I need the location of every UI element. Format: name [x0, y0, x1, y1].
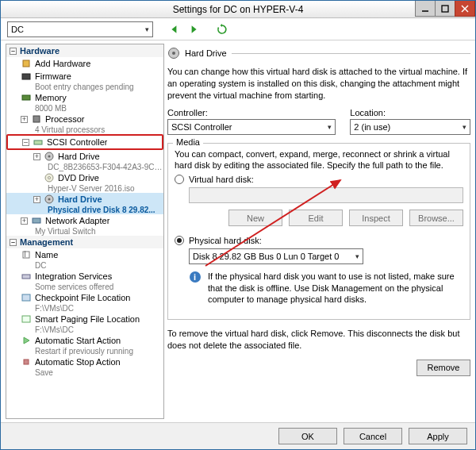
svg-point-15	[48, 177, 51, 179]
tree-dvd-drive[interactable]: DVD Drive	[6, 171, 163, 184]
tree-checkpoint-location[interactable]: Checkpoint File Location	[6, 291, 163, 304]
hard-drive-icon	[44, 194, 55, 205]
svg-rect-23	[22, 316, 30, 322]
checkpoint-icon	[21, 292, 32, 303]
tree-firmware-sub: Boot entry changes pending	[6, 83, 163, 91]
controller-label: Controller:	[167, 108, 336, 117]
tree-smart-paging[interactable]: Smart Paging File Location	[6, 313, 163, 325]
collapse-icon[interactable]: –	[22, 139, 29, 146]
scsi-icon	[33, 137, 44, 148]
expand-icon[interactable]: +	[21, 217, 28, 225]
phd-radio-row[interactable]: Physical hard disk:	[175, 236, 463, 245]
vm-selector[interactable]: DC ▾	[7, 21, 153, 37]
hard-drive-icon	[167, 47, 180, 60]
dialog-footer: OK Cancel Apply	[1, 422, 475, 449]
tree-firmware[interactable]: Firmware	[6, 70, 163, 83]
autostart-icon	[21, 335, 32, 346]
svg-rect-25	[24, 360, 29, 364]
chevron-down-icon: ▾	[328, 123, 332, 131]
management-section-header[interactable]: – Management	[6, 236, 163, 248]
tree-processor[interactable]: + Processor	[6, 113, 163, 125]
dvd-icon	[44, 172, 55, 183]
chevron-down-icon: ▾	[145, 25, 149, 33]
panel-title-text: Hard Drive	[185, 48, 227, 58]
chevron-down-icon: ▾	[355, 252, 359, 260]
svg-rect-11	[34, 140, 42, 144]
svg-rect-1	[442, 6, 448, 12]
firmware-icon	[21, 71, 32, 82]
svg-rect-18	[33, 218, 40, 223]
svg-rect-8	[22, 74, 30, 79]
expand-icon[interactable]: +	[33, 153, 40, 160]
vhd-path-input	[189, 187, 463, 203]
media-group: Media You can compact, convert, expand, …	[167, 143, 470, 321]
vhd-radio-row[interactable]: Virtual hard disk:	[175, 175, 463, 184]
svg-marker-4	[171, 25, 176, 33]
location-value: 2 (in use)	[354, 122, 390, 132]
svg-text:I: I	[24, 250, 26, 259]
svg-marker-24	[24, 337, 29, 344]
svg-rect-22	[22, 294, 30, 301]
collapse-icon[interactable]: –	[10, 48, 17, 55]
tree-autostart-sub: Restart if previously running	[6, 347, 163, 356]
tree-auto-start[interactable]: Automatic Start Action	[6, 334, 163, 347]
radio-icon	[175, 236, 184, 245]
svg-rect-7	[23, 60, 29, 67]
ok-button[interactable]: OK	[278, 428, 337, 444]
minimize-button[interactable]	[415, 1, 436, 17]
close-button[interactable]	[455, 1, 475, 17]
tree-scsi-controller[interactable]: – SCSI Controller	[6, 134, 163, 150]
tree-network-adapter[interactable]: + Network Adapter	[6, 214, 163, 227]
tree-hard-drive-2[interactable]: + Hard Drive	[6, 193, 163, 206]
info-icon: i	[189, 271, 202, 283]
location-combo[interactable]: 2 (in use) ▾	[350, 119, 470, 135]
location-label: Location:	[350, 108, 470, 117]
apply-button[interactable]: Apply	[409, 428, 467, 444]
svg-text:i: i	[194, 272, 196, 282]
integration-icon	[21, 271, 32, 282]
tree-name[interactable]: I Name	[6, 248, 163, 261]
phd-radio-label: Physical hard disk:	[189, 236, 262, 245]
settings-tree[interactable]: – Hardware Add Hardware Firmware Boot en…	[6, 44, 164, 419]
expand-icon[interactable]: +	[21, 116, 28, 123]
info-text: If the physical hard disk you want to us…	[208, 271, 463, 305]
remove-button[interactable]: Remove	[416, 360, 470, 376]
nav-forward-button[interactable]	[186, 22, 201, 37]
collapse-icon[interactable]: –	[10, 239, 17, 246]
titlebar: Settings for DC on HYPER-V-4	[1, 1, 475, 18]
expand-icon[interactable]: +	[33, 196, 40, 203]
tree-auto-stop[interactable]: Automatic Stop Action	[6, 356, 163, 368]
svg-point-17	[48, 198, 51, 201]
svg-rect-21	[22, 275, 30, 279]
new-button: New	[228, 210, 282, 226]
cancel-button[interactable]: Cancel	[344, 428, 402, 444]
tree-add-hardware[interactable]: Add Hardware	[6, 57, 163, 70]
tree-memory[interactable]: Memory	[6, 91, 163, 104]
panel-description: You can change how this virtual hard dis…	[167, 66, 470, 102]
inspect-button: Inspect	[349, 210, 403, 226]
hardware-section-header[interactable]: – Hardware	[6, 44, 163, 57]
controller-value: SCSI Controller	[171, 122, 232, 132]
tree-hard-drive-2-sub: Physical drive Disk 8 29.82...	[6, 206, 163, 214]
memory-icon	[21, 92, 32, 103]
divider	[232, 53, 470, 54]
physical-disk-value: Disk 8 29.82 GB Bus 0 Lun 0 Target 0	[193, 252, 339, 261]
physical-disk-combo[interactable]: Disk 8 29.82 GB Bus 0 Lun 0 Target 0 ▾	[189, 248, 363, 264]
tree-smartpaging-sub: F:\VMs\DC	[6, 325, 163, 334]
svg-rect-10	[33, 116, 40, 122]
browse-button: Browse...	[409, 210, 463, 226]
tree-integration[interactable]: Integration Services	[6, 270, 163, 283]
refresh-button[interactable]	[215, 22, 229, 37]
hard-drive-icon	[44, 151, 55, 162]
tree-integration-sub: Some services offered	[6, 283, 163, 291]
tree-nic-sub: My Virtual Switch	[6, 227, 163, 236]
maximize-button[interactable]	[435, 1, 455, 17]
chevron-down-icon: ▾	[463, 123, 466, 131]
tree-hard-drive-1[interactable]: + Hard Drive	[6, 150, 163, 163]
processor-icon	[31, 113, 42, 125]
radio-icon	[175, 175, 184, 184]
toolbar: DC ▾	[1, 18, 475, 40]
controller-combo[interactable]: SCSI Controller ▾	[167, 119, 336, 135]
settings-window: Settings for DC on HYPER-V-4 DC ▾ – Hard…	[0, 0, 476, 450]
nav-back-button[interactable]	[167, 22, 182, 37]
